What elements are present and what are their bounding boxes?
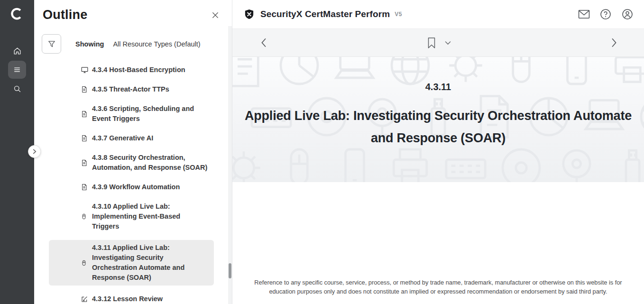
outline-item-label: 4.3.5 Threat-Actor TTPs <box>92 84 169 94</box>
mail-button[interactable] <box>578 8 590 20</box>
bookmark-button[interactable] <box>427 37 436 49</box>
close-icon <box>211 11 220 19</box>
document-icon <box>81 134 89 142</box>
help-button[interactable] <box>599 8 612 20</box>
outline-item-label: 4.3.6 Scripting, Scheduling and Event Tr… <box>92 104 209 124</box>
comptia-logo[interactable] <box>9 6 25 22</box>
outline-item-label: 4.3.9 Workflow Automation <box>92 182 180 192</box>
outline-item-4-3-8[interactable]: 4.3.8 Security Orchestration, Automation… <box>49 152 214 174</box>
document-icon <box>81 159 89 167</box>
list-icon <box>13 65 21 74</box>
disclaimer-text: Reference to any specific course, servic… <box>251 278 625 296</box>
chevron-left-icon <box>260 38 267 47</box>
lesson-title: Applied Live Lab: Investigating Security… <box>233 105 644 149</box>
mail-icon <box>578 9 590 19</box>
shield-x-icon <box>244 9 255 20</box>
lesson-toolbar <box>232 28 644 57</box>
outline-item-label: 4.3.12 Lesson Review <box>92 294 163 304</box>
outline-item-4-3-9[interactable]: 4.3.9 Workflow Automation <box>49 181 214 193</box>
edit-icon <box>81 295 89 303</box>
c-logo-icon <box>10 7 24 21</box>
outline-item-4-3-7[interactable]: 4.3.7 Generative AI <box>49 132 214 144</box>
app-window: Outline Showing All Resource Types (Defa… <box>0 0 644 304</box>
brand: SecurityX CertMaster Perform V5 <box>244 9 402 20</box>
outline-item-4-3-11-selected[interactable]: 4.3.11 Applied Live Lab: Investigating S… <box>49 240 214 286</box>
previous-page-button[interactable] <box>256 36 270 50</box>
home-icon <box>13 46 22 55</box>
outline-item-label: 4.3.4 Host-Based Encryption <box>92 65 185 75</box>
outline-item-label: 4.3.11 Applied Live Lab: Investigating S… <box>92 243 209 283</box>
lesson-hero-band: 4.3.11 Applied Live Lab: Investigating S… <box>232 57 644 182</box>
mouse-icon <box>81 259 89 267</box>
outline-item-4-3-6[interactable]: 4.3.6 Scripting, Scheduling and Event Tr… <box>49 103 214 125</box>
outline-scrollbar-track[interactable] <box>228 26 232 304</box>
document-icon <box>81 183 89 191</box>
monitor-icon <box>81 66 89 74</box>
showing-label: Showing <box>75 40 104 48</box>
home-button[interactable] <box>8 42 26 60</box>
filter-funnel-icon <box>47 39 56 49</box>
document-icon <box>81 110 89 118</box>
disclaimer: Reference to any specific course, servic… <box>232 278 644 296</box>
document-icon <box>81 85 89 93</box>
bookmark-menu-button[interactable] <box>445 41 451 45</box>
panel-expand-handle[interactable] <box>28 145 41 158</box>
outline-list: 4.3.4 Host-Based Encryption 4.3.5 Threat… <box>34 64 232 304</box>
product-title: SecurityX CertMaster Perform <box>260 9 390 19</box>
outline-item-4-3-5[interactable]: 4.3.5 Threat-Actor TTPs <box>49 83 214 95</box>
outline-item-label: 4.3.8 Security Orchestration, Automation… <box>92 153 209 173</box>
filter-button[interactable] <box>42 34 61 54</box>
filter-value[interactable]: All Resource Types (Default) <box>113 40 200 48</box>
chevron-right-icon <box>611 38 617 47</box>
close-outline-button[interactable] <box>209 9 221 21</box>
search-button[interactable] <box>8 80 26 98</box>
chevron-down-icon <box>445 41 451 45</box>
lesson-content: 4.3.11 Applied Live Lab: Investigating S… <box>232 57 644 304</box>
outline-scrollbar-thumb[interactable] <box>229 263 231 278</box>
next-page-button[interactable] <box>607 36 621 50</box>
outline-item-label: 4.3.10 Applied Live Lab: Implementing Ev… <box>92 202 209 231</box>
profile-button[interactable] <box>621 8 634 20</box>
help-icon <box>600 9 611 20</box>
outline-item-4-3-4[interactable]: 4.3.4 Host-Based Encryption <box>49 64 214 76</box>
app-header: SecurityX CertMaster Perform V5 <box>232 0 644 28</box>
outline-toggle-button[interactable] <box>8 61 26 79</box>
mouse-icon <box>81 212 89 221</box>
profile-icon <box>622 9 633 20</box>
outline-panel-title: Outline <box>43 8 87 22</box>
chevron-right-icon <box>32 149 37 154</box>
lesson-section-number: 4.3.11 <box>232 82 644 92</box>
search-icon <box>13 84 22 93</box>
outline-panel: Outline Showing All Resource Types (Defa… <box>34 0 232 304</box>
outline-item-label: 4.3.7 Generative AI <box>92 133 153 143</box>
outline-item-4-3-12[interactable]: 4.3.12 Lesson Review <box>49 293 214 304</box>
bookmark-icon <box>427 37 436 49</box>
main-region: SecurityX CertMaster Perform V5 <box>232 0 644 304</box>
product-version-badge: V5 <box>395 11 402 18</box>
outline-item-4-3-10[interactable]: 4.3.10 Applied Live Lab: Implementing Ev… <box>49 201 214 232</box>
